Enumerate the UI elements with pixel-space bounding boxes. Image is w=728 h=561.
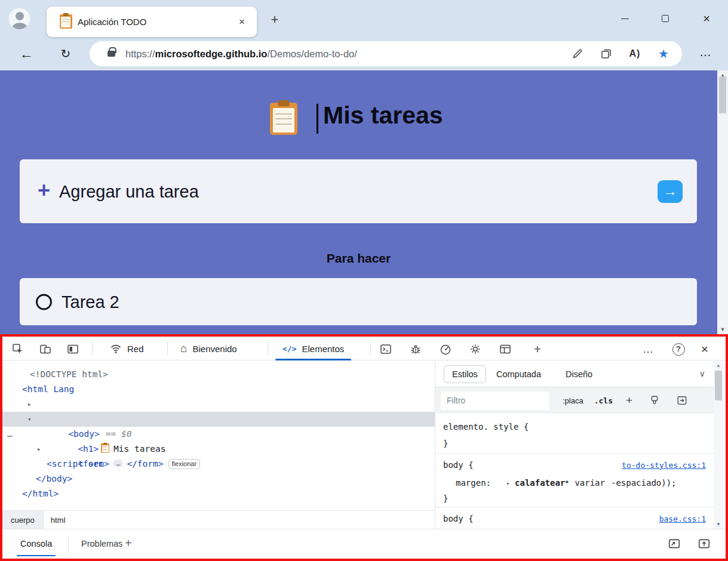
dom-node-html-open[interactable]: <html Lang bbox=[2, 382, 435, 397]
dom-node-script[interactable]: <script sec bbox=[2, 457, 435, 471]
window-maximize-button[interactable] bbox=[656, 10, 674, 27]
inspect-element-icon[interactable] bbox=[11, 342, 25, 356]
pseudo-state-toggle[interactable]: :placa bbox=[563, 396, 583, 405]
new-tab-button[interactable]: + bbox=[266, 11, 283, 28]
tab-problems[interactable]: Problemas bbox=[76, 529, 127, 559]
wifi-icon bbox=[110, 343, 122, 355]
value-expand-icon[interactable]: ▸ bbox=[506, 480, 510, 486]
add-task-label: Agregar una tarea bbox=[59, 181, 199, 201]
read-aloud-icon[interactable]: A) bbox=[625, 48, 645, 59]
device-emulation-icon[interactable] bbox=[38, 342, 53, 356]
dom-node-h1[interactable]: <h1>Mis tareas bbox=[2, 427, 435, 442]
add-panel-icon[interactable]: + bbox=[530, 342, 545, 356]
dom-node-body-close[interactable]: </body> bbox=[2, 471, 435, 486]
tab-close-icon[interactable]: × bbox=[234, 14, 250, 30]
breadcrumb-body[interactable]: cuerpo bbox=[2, 511, 44, 529]
collections-icon[interactable] bbox=[596, 48, 616, 60]
devtools-toolbar: Red ⌂ Bienvenido </> Elementos + … bbox=[2, 337, 726, 360]
scrollbar-thumb[interactable] bbox=[719, 76, 726, 113]
dom-node-html-close[interactable]: </html> bbox=[2, 486, 435, 501]
tab-elements[interactable]: </> Elementos bbox=[274, 337, 352, 360]
scroll-down-icon[interactable]: ▼ bbox=[717, 326, 728, 332]
class-toggle[interactable]: .cls bbox=[594, 396, 613, 405]
window-close-button[interactable]: × bbox=[698, 10, 715, 27]
layout-panel-icon[interactable] bbox=[498, 342, 512, 356]
margin-property[interactable]: margen: ▸ calafatear * variar -espaciado… bbox=[456, 478, 677, 488]
dom-node-head[interactable]: ▸<head>…</head> bbox=[2, 397, 435, 412]
performance-icon[interactable] bbox=[438, 342, 453, 356]
scroll-down-icon[interactable]: ▼ bbox=[714, 522, 723, 527]
browser-tab[interactable]: Aplicación TODO × bbox=[47, 7, 257, 37]
browser-chrome: Aplicación TODO × + × ← ↻ https://micros… bbox=[0, 0, 728, 70]
edit-pen-icon[interactable] bbox=[567, 48, 588, 60]
new-style-rule-icon[interactable]: + bbox=[626, 394, 632, 406]
screen: { "browser": { "tab_title": "Aplicación … bbox=[0, 0, 728, 561]
devtools-close-icon[interactable]: × bbox=[698, 342, 712, 356]
open-in-new-panel-icon[interactable] bbox=[668, 537, 681, 550]
refresh-button[interactable]: ↻ bbox=[56, 44, 75, 63]
back-button[interactable]: ← bbox=[17, 44, 36, 63]
styles-tabs: Estilos Computada Diseño ∨ bbox=[435, 361, 714, 387]
task-row[interactable]: Tarea 2 bbox=[20, 278, 697, 325]
console-icon[interactable] bbox=[379, 342, 393, 356]
body-rule-selector[interactable]: body { bbox=[443, 460, 474, 470]
expand-icon[interactable]: ▸ bbox=[37, 442, 41, 457]
scroll-up-icon[interactable]: ▲ bbox=[714, 363, 723, 368]
devtools-menu-icon[interactable]: … bbox=[641, 342, 656, 356]
favorite-star-icon[interactable]: ★ bbox=[653, 47, 674, 61]
code-icon: </> bbox=[282, 344, 296, 353]
debugger-bug-icon[interactable] bbox=[408, 342, 423, 356]
url-host: microsoftedge.github.io bbox=[155, 48, 268, 59]
inline-style-close: } bbox=[443, 439, 448, 448]
task-checkbox[interactable] bbox=[36, 294, 52, 310]
drawer-divider bbox=[68, 536, 69, 553]
submit-task-button[interactable]: → bbox=[658, 180, 683, 203]
expand-icon[interactable]: ▸ bbox=[27, 397, 32, 412]
scrollbar-thumb[interactable] bbox=[715, 371, 722, 400]
tab-styles[interactable]: Estilos bbox=[444, 365, 486, 383]
body-rule-close: } bbox=[443, 494, 448, 503]
expand-drawer-icon[interactable] bbox=[698, 537, 711, 550]
dom-node-body-selected[interactable]: …▾<body>== $0 bbox=[2, 412, 435, 427]
tab-welcome[interactable]: ⌂ Bienvenido bbox=[176, 337, 242, 360]
open-styles-sidebar-icon[interactable] bbox=[677, 395, 687, 406]
page-title: Mis tareas bbox=[323, 101, 443, 130]
add-task-input[interactable]: + Agregar una tarea → bbox=[20, 159, 697, 223]
collapse-icon[interactable]: ▾ bbox=[27, 412, 32, 427]
tab-layout[interactable]: Diseño bbox=[566, 361, 592, 387]
dom-node-doctype[interactable]: <!DOCTYPE html> bbox=[2, 367, 435, 382]
url-path: /Demos/demo-to-do/ bbox=[267, 48, 357, 59]
base-rule-selector[interactable]: body { bbox=[443, 514, 474, 523]
chevron-down-icon[interactable]: ∨ bbox=[699, 361, 705, 387]
add-drawer-tab-icon[interactable]: + bbox=[125, 529, 132, 559]
page-scrollbar[interactable]: ▲ ▼ bbox=[717, 70, 728, 334]
tab-network[interactable]: Red bbox=[105, 337, 149, 360]
task-label: Tarea 2 bbox=[62, 292, 119, 312]
window-minimize-button[interactable] bbox=[616, 10, 634, 27]
tab-computed[interactable]: Computada bbox=[496, 361, 541, 387]
url-scheme: https:// bbox=[125, 48, 155, 59]
dock-panel-icon[interactable] bbox=[66, 342, 80, 356]
rule-divider bbox=[435, 507, 714, 507]
page-content: Mis tareas + Agregar una tarea → Para ha… bbox=[0, 70, 717, 334]
styles-scrollbar[interactable]: ▲ ▼ bbox=[714, 361, 723, 529]
todo-list-heading: Para hacer bbox=[0, 251, 717, 266]
inline-style-selector[interactable]: elemento. style { bbox=[443, 422, 529, 431]
element-states-icon[interactable] bbox=[649, 395, 660, 406]
breadcrumb-html[interactable]: html bbox=[44, 511, 73, 529]
stylesheet-link[interactable]: to-do-styles.css:1 bbox=[622, 461, 706, 470]
tab-favicon-clipboard-icon bbox=[60, 14, 72, 29]
help-icon[interactable]: ? bbox=[671, 342, 686, 356]
styles-filter-input[interactable] bbox=[441, 392, 549, 410]
address-bar[interactable]: https://microsoftedge.github.io/Demos/de… bbox=[90, 41, 682, 66]
profile-avatar[interactable] bbox=[8, 8, 30, 30]
url-text: https://microsoftedge.github.io/Demos/de… bbox=[125, 48, 357, 60]
dom-breadcrumb: cuerpo html bbox=[2, 510, 435, 529]
settings-gear-icon[interactable] bbox=[468, 342, 483, 356]
stylesheet-link[interactable]: base.css:1 bbox=[659, 514, 706, 523]
lock-icon[interactable] bbox=[107, 51, 115, 57]
tab-console[interactable]: Consola bbox=[16, 529, 57, 559]
browser-menu-icon[interactable]: … bbox=[694, 44, 718, 63]
plus-icon: + bbox=[38, 178, 50, 203]
dom-node-form[interactable]: ▸<form>…</form>flexionar bbox=[2, 442, 435, 457]
